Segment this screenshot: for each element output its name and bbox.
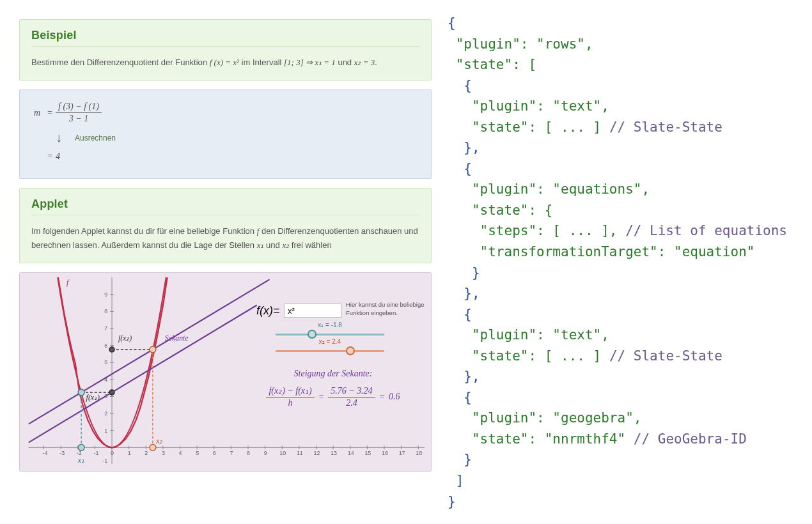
geogebra-applet[interactable]: -4-3-2-1 0 1234 5678 9101112 13141516 17… (19, 272, 432, 472)
svg-text:11: 11 (297, 450, 303, 456)
svg-text:-4: -4 (43, 450, 48, 456)
json-source: { "plugin": "rows", "state": [ { "plugin… (438, 0, 812, 524)
svg-text:9: 9 (264, 450, 267, 456)
svg-text:13: 13 (331, 450, 337, 456)
svg-text:14: 14 (348, 450, 354, 456)
example-text: Bestimme den Differenzenquotient der Fun… (31, 56, 419, 70)
svg-point-73 (78, 389, 84, 396)
eq-fraction: f (3) − f (1) 3 − 1 (56, 102, 102, 124)
svg-point-77 (78, 445, 84, 451)
svg-text:-3: -3 (59, 450, 65, 456)
eq-step-hint: Ausrechnen (75, 134, 116, 143)
slider-x2[interactable]: x₂ = 2.4 (272, 343, 387, 360)
svg-point-75 (109, 390, 114, 395)
eq-lhs: m (31, 108, 44, 118)
svg-text:8: 8 (104, 309, 107, 315)
svg-line-67 (29, 305, 257, 443)
content-column: Beispiel Bestimme den Differenzenquotien… (0, 0, 438, 524)
equations-box: m = f (3) − f (1) 3 − 1 ↓ Ausrechnen = 4 (19, 89, 432, 179)
svg-text:2: 2 (144, 450, 148, 456)
svg-text:18: 18 (416, 450, 422, 456)
svg-text:Sekante: Sekante (165, 334, 189, 343)
svg-text:5: 5 (196, 450, 199, 456)
svg-text:7: 7 (230, 450, 233, 456)
svg-text:5: 5 (104, 359, 107, 366)
applet-heading: Applet (31, 197, 419, 215)
svg-text:7: 7 (104, 325, 107, 332)
svg-text:6: 6 (213, 450, 216, 456)
example-box: Beispiel Bestimme den Differenzenquotien… (19, 19, 432, 81)
svg-text:2: 2 (104, 410, 107, 417)
svg-text:17: 17 (399, 450, 405, 456)
input-hint: Hier kannst du eine beliebige Funktion e… (346, 301, 429, 317)
svg-text:f(x₂): f(x₂) (118, 334, 132, 343)
eq-result: 4 (56, 151, 60, 162)
svg-text:0: 0 (111, 450, 114, 456)
svg-text:1: 1 (104, 428, 107, 434)
eq-equals: = (44, 108, 56, 118)
svg-text:x₁: x₁ (77, 456, 84, 465)
svg-text:f(x₁): f(x₁) (86, 394, 100, 403)
svg-text:15: 15 (364, 450, 371, 456)
svg-text:4: 4 (179, 450, 182, 456)
svg-text:-1: -1 (93, 450, 98, 456)
svg-text:-1: -1 (102, 458, 107, 464)
svg-point-78 (150, 445, 156, 451)
svg-text:6: 6 (104, 343, 107, 349)
arrow-down-icon: ↓ (56, 130, 62, 145)
json-code-block: { "plugin": "rows", "state": [ { "plugin… (448, 13, 802, 512)
svg-text:8: 8 (247, 450, 250, 456)
svg-line-68 (29, 280, 270, 424)
svg-text:3: 3 (162, 450, 165, 456)
svg-text:x₂: x₂ (155, 437, 163, 446)
svg-text:16: 16 (382, 450, 388, 456)
svg-text:f: f (66, 278, 70, 287)
svg-text:10: 10 (279, 450, 286, 456)
svg-point-74 (150, 346, 156, 353)
svg-point-76 (109, 347, 114, 352)
fx-prefix: f(x)= (256, 304, 280, 318)
applet-desc: Im folgenden Applet kannst du dir für ei… (31, 224, 419, 252)
svg-text:1: 1 (128, 450, 131, 456)
applet-intro-box: Applet Im folgenden Applet kannst du dir… (19, 188, 432, 263)
example-heading: Beispiel (31, 29, 419, 47)
slope-display: Steigung der Sekante: f(x₂) − f(x₁)h = 5… (244, 369, 423, 408)
svg-text:9: 9 (104, 291, 107, 298)
function-input[interactable] (284, 304, 341, 318)
svg-text:12: 12 (314, 450, 320, 456)
